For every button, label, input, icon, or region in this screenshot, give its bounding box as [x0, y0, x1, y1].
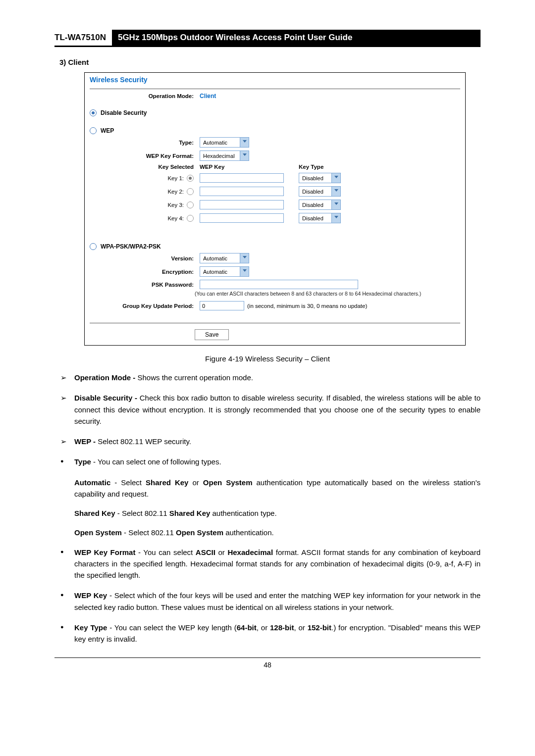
- wep-key1-input[interactable]: [200, 173, 284, 183]
- gkup-label: Group Key Update Period:: [90, 303, 200, 309]
- list-item: WEP Key - Select which of the four keys …: [54, 590, 481, 613]
- arrow-list: Operation Mode - Shows the current opera…: [54, 372, 481, 447]
- wep-key-row: Key 3: Disabled: [85, 198, 465, 211]
- wep-label: WEP: [101, 127, 114, 134]
- wpa-encryption-label: Encryption:: [90, 269, 200, 275]
- wep-key3-radio-icon[interactable]: [187, 202, 194, 208]
- op-mode-label: Operation Mode:: [90, 93, 200, 99]
- panel-divider: [90, 89, 460, 89]
- wep-key3-type-select[interactable]: Disabled: [299, 200, 341, 210]
- wep-key2-type-select[interactable]: Disabled: [299, 186, 341, 197]
- wep-type-label: Type:: [90, 140, 200, 146]
- wep-key-row: Key 2: Disabled: [85, 185, 465, 198]
- paragraph: Shared Key - Select 802.11 Shared Key au…: [74, 507, 481, 519]
- wep-type-select[interactable]: Automatic: [200, 137, 249, 148]
- paragraph: Automatic - Select Shared Key or Open Sy…: [74, 477, 481, 500]
- page-container: TL-WA7510N 5GHz 150Mbps Outdoor Wireless…: [0, 0, 535, 756]
- list-item: Disable Security - Check this box radio …: [54, 392, 481, 427]
- wep-key-row: Key 4: Disabled: [85, 211, 465, 225]
- wep-format-select[interactable]: Hexadecimal: [200, 151, 249, 161]
- wep-key1-radio-icon[interactable]: [187, 175, 194, 182]
- list-item: WEP - Select 802.11 WEP security.: [54, 436, 481, 447]
- page-number: 48: [54, 657, 481, 669]
- wpa-label: WPA-PSK/WPA2-PSK: [101, 243, 161, 250]
- radio-wep-icon: [90, 127, 97, 134]
- wpa-version-label: Version:: [90, 255, 200, 261]
- psk-password-label: PSK Password:: [90, 282, 200, 288]
- header-model: TL-WA7510N: [54, 30, 112, 46]
- wep-format-label: WEP Key Format:: [90, 153, 200, 159]
- wep-key2-input[interactable]: [200, 187, 284, 196]
- wep-key2-radio-icon[interactable]: [187, 188, 194, 195]
- wpa-version-select[interactable]: Automatic: [200, 253, 249, 263]
- figure-wireless-security: Wireless Security Operation Mode: Client…: [84, 72, 466, 346]
- figure-caption: Figure 4-19 Wireless Security – Client: [54, 354, 481, 363]
- bullet-list: Type - You can select one of following t…: [54, 456, 481, 467]
- list-item: WEP Key Format - You can select ASCII or…: [54, 547, 481, 581]
- gkup-input[interactable]: [200, 301, 244, 310]
- list-item: Operation Mode - Shows the current opera…: [54, 372, 481, 383]
- list-item: Type - You can select one of following t…: [54, 456, 481, 467]
- panel-divider: [90, 323, 460, 323]
- wep-key-headers: Key Selected WEP Key Key Type: [85, 162, 465, 171]
- page-header: TL-WA7510N 5GHz 150Mbps Outdoor Wireless…: [54, 30, 481, 47]
- wep-key1-type-select[interactable]: Disabled: [299, 173, 341, 183]
- wep-key4-input[interactable]: [200, 213, 284, 223]
- save-button[interactable]: Save: [195, 329, 229, 340]
- section-heading: 3) Client: [59, 58, 481, 66]
- wpa-encryption-select[interactable]: Automatic: [200, 266, 249, 277]
- header-title: 5GHz 150Mbps Outdoor Wireless Access Poi…: [112, 30, 481, 46]
- radio-wpa-icon: [90, 243, 97, 250]
- wep-key-row: Key 1: Disabled: [85, 171, 465, 185]
- op-mode-row: Operation Mode: Client: [85, 91, 465, 101]
- op-mode-value: Client: [200, 93, 216, 100]
- radio-disable-security-icon: [90, 109, 97, 116]
- disable-security-label: Disable Security: [101, 109, 147, 116]
- wpa-option[interactable]: WPA-PSK/WPA2-PSK: [85, 242, 465, 252]
- wep-key4-type-select[interactable]: Disabled: [299, 213, 341, 223]
- panel-title: Wireless Security: [85, 73, 465, 87]
- psk-note: (You can enter ASCII characters between …: [85, 291, 465, 297]
- type-sub-paragraphs: Automatic - Select Shared Key or Open Sy…: [54, 477, 481, 539]
- list-item: Key Type - You can select the WEP key le…: [54, 622, 481, 645]
- disable-security-option[interactable]: Disable Security: [85, 108, 465, 118]
- psk-password-input[interactable]: [200, 280, 358, 289]
- wep-key4-radio-icon[interactable]: [187, 215, 194, 222]
- gkup-note: (in second, minimum is 30, 0 means no up…: [247, 303, 367, 309]
- wep-option[interactable]: WEP: [85, 126, 465, 136]
- wep-key3-input[interactable]: [200, 200, 284, 209]
- paragraph: Open System - Select 802.11 Open System …: [74, 527, 481, 538]
- bullet-list: WEP Key Format - You can select ASCII or…: [54, 547, 481, 645]
